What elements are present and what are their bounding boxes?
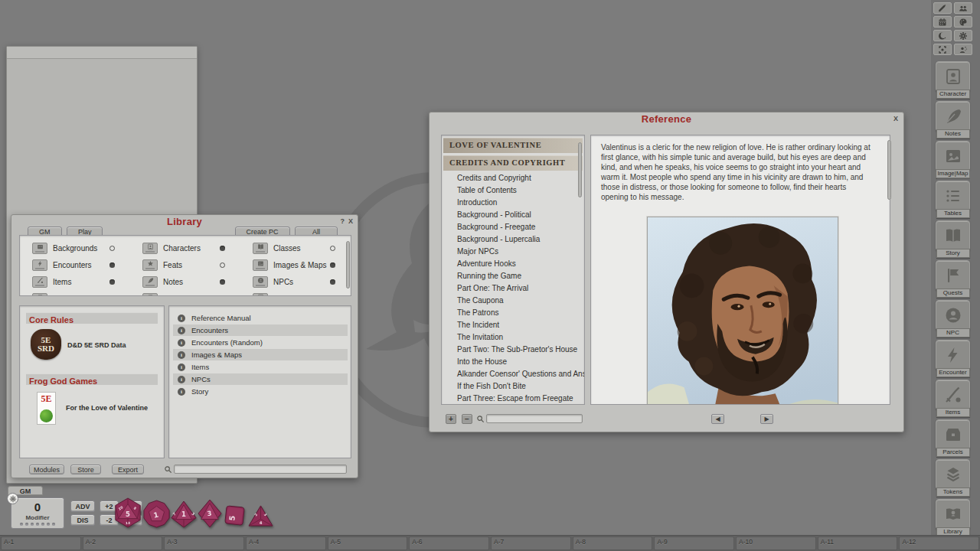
sidebar-item-encounter[interactable]: Encounter: [935, 340, 971, 377]
record-type-radio[interactable]: [220, 296, 225, 297]
toc-item[interactable]: The Patrons: [442, 307, 584, 319]
toolbar-button-gear[interactable]: [954, 30, 972, 41]
sidebar-item-npc[interactable]: NPC: [935, 300, 971, 337]
collapse-all-button[interactable]: −: [462, 414, 472, 424]
toc-item[interactable]: Part Three: Escape from Freegate: [442, 393, 584, 405]
record-type-feats[interactable]: Feats: [130, 259, 240, 271]
record-type-encounters[interactable]: Encounters: [20, 259, 130, 271]
record-type-notes[interactable]: Notes: [130, 276, 240, 288]
record-type-races[interactable]: Races: [240, 293, 351, 297]
toolbar-button-moon[interactable]: [933, 30, 952, 41]
record-grid-scrollbar[interactable]: [346, 241, 350, 289]
sidebar-item-items[interactable]: Items: [935, 380, 971, 416]
store-button[interactable]: Store: [70, 465, 101, 474]
library-search-input[interactable]: [174, 465, 347, 474]
content-scrollbar[interactable]: [887, 140, 891, 200]
toolbar-button-party[interactable]: [954, 2, 972, 14]
die-d20[interactable]: 520813: [113, 497, 142, 531]
toc-item[interactable]: The Caupona: [442, 295, 584, 307]
sidebar-item-tokens[interactable]: Tokens: [935, 459, 971, 496]
sidebar-item-notes[interactable]: Notes: [935, 101, 971, 138]
hotkey-slot-a-3[interactable]: A-3: [164, 536, 244, 550]
toolbar-button-effects[interactable]: [954, 44, 972, 55]
hotkey-slot-a-12[interactable]: A-12: [899, 536, 979, 550]
record-type-radio[interactable]: [330, 279, 335, 285]
record-type-radio[interactable]: [330, 296, 335, 297]
record-type-radio[interactable]: [220, 262, 225, 268]
sidebar-item-character[interactable]: Character: [935, 61, 971, 98]
die-d4[interactable]: 423: [247, 504, 274, 531]
record-type-radio[interactable]: [109, 279, 115, 285]
sidebar-item-library[interactable]: Library: [935, 499, 971, 536]
module-name-srd[interactable]: D&D 5E SRD Data: [67, 341, 126, 349]
hotkey-slot-a-8[interactable]: A-8: [573, 536, 653, 550]
sidebar-item-story[interactable]: Story: [935, 220, 971, 257]
toc-item[interactable]: Table of Contents: [442, 184, 584, 197]
srd-module-badge[interactable]: 5E SRD: [31, 329, 61, 360]
hotkey-slot-a-11[interactable]: A-11: [818, 536, 898, 550]
expand-all-button[interactable]: +: [446, 414, 456, 424]
hotkey-slot-a-6[interactable]: A-6: [409, 536, 489, 550]
record-type-images-maps[interactable]: Images & Maps: [240, 259, 351, 271]
record-type-radio[interactable]: [109, 246, 115, 251]
module-name-valentine[interactable]: For the Love of Valentine: [66, 404, 148, 412]
modifier-box[interactable]: 0 Modifier: [11, 497, 64, 529]
record-type-classes[interactable]: Classes: [240, 243, 351, 254]
module-content-encounters[interactable]: iEncounters: [173, 324, 348, 336]
toc-item[interactable]: Part One: The Arrival: [442, 282, 584, 295]
toc-item[interactable]: Background - Lupercalia: [442, 233, 584, 246]
module-content-story[interactable]: iStory: [173, 386, 348, 397]
module-content-reference-manual[interactable]: iReference Manual: [173, 312, 348, 324]
record-type-quests[interactable]: Quests: [130, 293, 240, 297]
hotkey-slot-a-4[interactable]: A-4: [246, 536, 326, 550]
toc-header-book[interactable]: LOVE OF VALENTINE: [443, 138, 583, 153]
die-d6[interactable]: 5: [223, 504, 247, 531]
die-d10[interactable]: 173: [171, 500, 197, 531]
toc-item[interactable]: The Incident: [442, 319, 584, 331]
hotkey-slot-a-2[interactable]: A-2: [83, 536, 163, 550]
toc-item[interactable]: Credits and Copyright: [442, 172, 584, 184]
toc-item[interactable]: Major NPCs: [442, 246, 584, 258]
hotkey-slot-a-5[interactable]: A-5: [328, 536, 408, 550]
toolbar-button-calendar[interactable]: [933, 16, 952, 28]
toc-scrollbar[interactable]: [578, 142, 582, 197]
roll-button-adv[interactable]: ADV: [70, 500, 95, 512]
modules-button[interactable]: Modules: [29, 465, 64, 474]
record-type-radio[interactable]: [220, 279, 225, 285]
toc-header-chapter[interactable]: CREDITS AND COPYRIGHT: [443, 155, 583, 171]
hotkey-slot-a-10[interactable]: A-10: [736, 536, 816, 550]
toc-item[interactable]: Adventure Hooks: [442, 258, 584, 270]
module-content-items[interactable]: iItems: [173, 361, 348, 373]
library-help-button[interactable]: ?: [341, 217, 345, 225]
reference-search-input[interactable]: [486, 414, 583, 423]
module-content-images-maps[interactable]: iImages & Maps: [173, 349, 348, 360]
library-close-button[interactable]: X: [348, 217, 353, 225]
record-type-radio[interactable]: [109, 262, 115, 268]
toolbar-button-palette[interactable]: [954, 16, 972, 28]
record-type-characters[interactable]: Characters: [130, 243, 240, 254]
toc-item[interactable]: Introduction: [442, 197, 584, 209]
hotkey-slot-a-9[interactable]: A-9: [654, 536, 734, 550]
toolbar-button-dagger[interactable]: [933, 2, 952, 14]
toc-item[interactable]: The Invitation: [442, 331, 584, 344]
sidebar-item-tables[interactable]: Tables: [935, 181, 971, 217]
export-button[interactable]: Export: [112, 465, 144, 474]
sidebar-item-parcels[interactable]: Parcels: [935, 419, 971, 456]
toc-item[interactable]: Alkander Coensor' Questions and Answer: [442, 368, 584, 380]
valentine-module-badge[interactable]: 5E: [37, 392, 56, 425]
record-type-npcs[interactable]: NPCs: [240, 276, 351, 288]
record-type-radio[interactable]: [330, 246, 335, 251]
toc-item[interactable]: Part Two: The Sub-Praetor's House: [442, 344, 584, 356]
sidebar-item-quests[interactable]: Quests: [935, 260, 971, 297]
toc-item[interactable]: Running the Game: [442, 270, 584, 282]
toc-item[interactable]: Background - Political: [442, 209, 584, 221]
toc-item[interactable]: Background - Freegate: [442, 221, 584, 233]
next-page-button[interactable]: ▶: [760, 414, 773, 424]
record-type-radio[interactable]: [220, 246, 225, 251]
die-d12[interactable]: 1: [143, 500, 170, 531]
record-type-backgrounds[interactable]: Backgrounds: [20, 243, 130, 254]
hotkey-slot-a-7[interactable]: A-7: [491, 536, 571, 550]
toolbar-button-focus[interactable]: [933, 44, 952, 55]
prev-page-button[interactable]: ◀: [711, 414, 724, 424]
record-type-radio[interactable]: [330, 262, 335, 268]
